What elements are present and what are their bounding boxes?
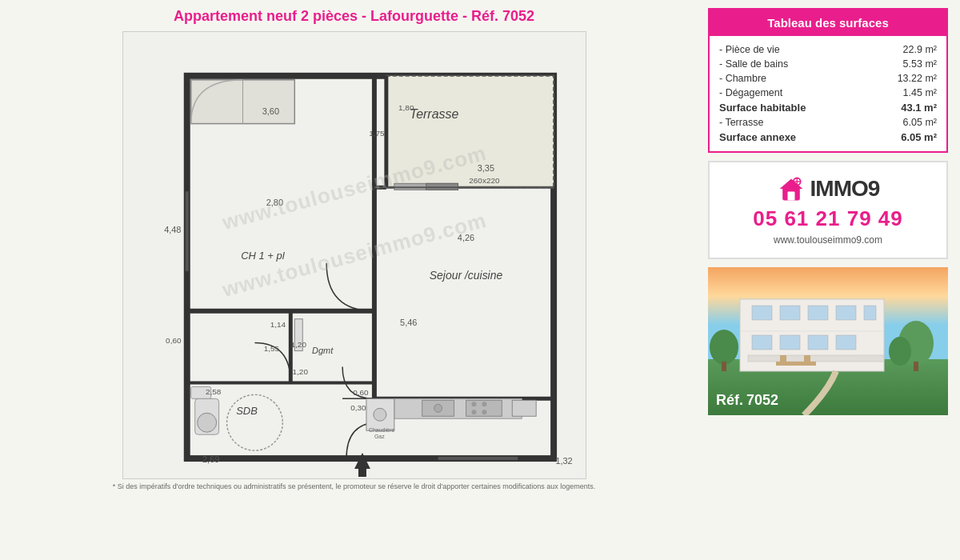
svg-rect-88 — [914, 362, 918, 371]
svg-text:Sejour /cuisine: Sejour /cuisine — [429, 269, 502, 282]
immo9-brand-text: IMMO9 — [810, 176, 880, 202]
svg-point-22 — [434, 404, 442, 412]
svg-text:2,80: 2,80 — [266, 198, 282, 207]
floor-plan-svg: Chaudière Gaz Terrasse Sejour /cuisine C… — [123, 32, 586, 478]
ref-value: 7052 — [746, 392, 778, 408]
svg-rect-76 — [780, 306, 800, 320]
svg-text:CH 1 + pl: CH 1 + pl — [241, 250, 285, 262]
svg-point-24 — [471, 402, 476, 406]
svg-rect-75 — [752, 306, 772, 320]
svg-text:Gaz: Gaz — [374, 434, 384, 439]
immo9-logo: IMMO9 — [777, 174, 880, 203]
svg-rect-84 — [748, 355, 884, 362]
surface-row: Surface annexe6.05 m² — [719, 130, 937, 145]
svg-text:0,60: 0,60 — [353, 388, 369, 397]
svg-text:Terrasse: Terrasse — [409, 107, 458, 121]
svg-rect-81 — [780, 335, 800, 350]
surface-row: Surface habitable43.1 m² — [719, 100, 937, 115]
svg-rect-90 — [776, 362, 816, 366]
svg-rect-79 — [864, 306, 876, 320]
svg-text:260x220: 260x220 — [469, 176, 500, 185]
immo9-phone: 05 61 21 79 49 — [753, 206, 903, 231]
svg-rect-82 — [808, 335, 828, 350]
surface-table-body: - Pièce de vie22.9 m²- Salle de bains5.5… — [710, 36, 946, 151]
footnote: * Si des impératifs d'ordre techniques o… — [113, 482, 596, 490]
svg-rect-92 — [804, 355, 810, 362]
surface-table-header: Tableau des surfaces — [710, 10, 946, 36]
surface-row: - Terrasse6.05 m² — [719, 115, 937, 130]
svg-text:Chaudière: Chaudière — [368, 427, 394, 433]
svg-point-26 — [471, 410, 476, 414]
svg-rect-2 — [386, 76, 553, 188]
svg-text:1,55: 1,55 — [263, 344, 279, 353]
svg-text:1,75: 1,75 — [369, 129, 385, 138]
svg-rect-77 — [808, 306, 828, 320]
svg-text:4,26: 4,26 — [457, 233, 474, 242]
surface-row: - Salle de bains5.53 m² — [719, 57, 937, 71]
svg-rect-86 — [722, 362, 726, 371]
immo9-website: www.toulouseimmo9.com — [774, 234, 882, 246]
svg-point-27 — [482, 410, 486, 414]
ref-label: Réf. — [716, 392, 743, 408]
main-container: Appartement neuf 2 pièces - Lafourguette… — [0, 0, 960, 560]
ref-badge: Réf. 7052 — [716, 392, 778, 409]
svg-text:Dgmt: Dgmt — [312, 346, 334, 355]
left-panel: Appartement neuf 2 pièces - Lafourguette… — [12, 8, 696, 552]
svg-point-30 — [197, 413, 216, 432]
svg-rect-78 — [836, 306, 856, 320]
svg-text:3,35: 3,35 — [477, 163, 494, 173]
svg-text:2,58: 2,58 — [205, 387, 221, 396]
svg-rect-80 — [752, 335, 772, 350]
svg-point-89 — [889, 337, 911, 366]
svg-text:2,69: 2,69 — [202, 454, 218, 464]
svg-rect-28 — [512, 400, 536, 416]
svg-text:1,80: 1,80 — [398, 103, 414, 112]
surface-row: - Dégagement1.45 m² — [719, 86, 937, 100]
svg-text:1,14: 1,14 — [270, 320, 286, 329]
svg-rect-91 — [780, 355, 786, 362]
immo9-card: IMMO9 05 61 21 79 49 www.toulouseimmo9.c… — [708, 161, 948, 259]
svg-text:4,48: 4,48 — [164, 225, 181, 234]
svg-text:1,32: 1,32 — [555, 456, 572, 466]
surface-row: - Chambre13.22 m² — [719, 71, 937, 86]
svg-rect-20 — [394, 398, 521, 418]
svg-text:0,30: 0,30 — [350, 403, 366, 412]
immo9-logo-icon — [777, 174, 806, 203]
svg-text:5,46: 5,46 — [400, 318, 417, 327]
property-photo: Réf. 7052 — [708, 267, 948, 415]
svg-text:0,60: 0,60 — [166, 336, 182, 345]
floor-plan: Chaudière Gaz Terrasse Sejour /cuisine C… — [122, 31, 586, 479]
svg-point-36 — [373, 408, 386, 421]
svg-text:1,20: 1,20 — [292, 367, 308, 376]
svg-rect-67 — [787, 192, 794, 201]
svg-text:SDB: SDB — [236, 405, 258, 417]
svg-text:1,20: 1,20 — [290, 340, 306, 349]
svg-point-85 — [710, 330, 738, 365]
surface-table: Tableau des surfaces - Pièce de vie22.9 … — [708, 8, 948, 153]
right-panel: Tableau des surfaces - Pièce de vie22.9 … — [708, 8, 948, 552]
svg-rect-83 — [836, 335, 856, 350]
surface-row: - Pièce de vie22.9 m² — [719, 42, 937, 57]
svg-text:3,60: 3,60 — [262, 106, 278, 116]
property-title: Appartement neuf 2 pièces - Lafourguette… — [174, 8, 534, 25]
svg-point-25 — [482, 402, 486, 406]
